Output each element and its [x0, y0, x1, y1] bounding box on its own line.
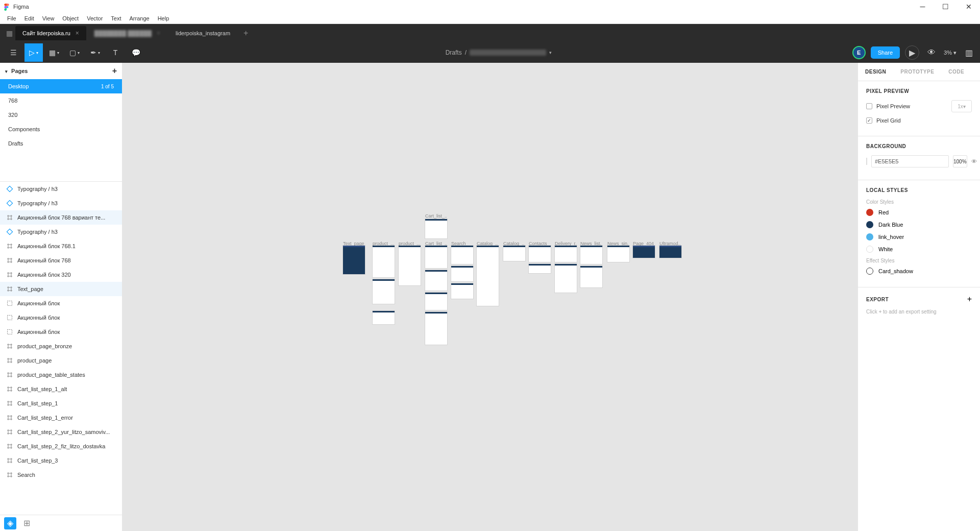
- file-tab[interactable]: ████████ ██████×: [87, 26, 167, 40]
- canvas-frame[interactable]: [580, 246, 602, 264]
- canvas-frame[interactable]: [399, 246, 421, 285]
- layer-item[interactable]: Cart_list_step_2_yur_litzo_samoviv...: [0, 425, 122, 439]
- window-maximize-button[interactable]: ☐: [934, 0, 957, 13]
- close-tab-icon[interactable]: ×: [157, 30, 160, 37]
- layer-item[interactable]: Typography / h3: [0, 225, 122, 239]
- window-close-button[interactable]: ✕: [957, 0, 980, 13]
- background-color-chip[interactable]: [866, 158, 867, 165]
- canvas-frame[interactable]: [580, 266, 602, 287]
- close-tab-icon[interactable]: ×: [76, 30, 79, 37]
- page-item[interactable]: Desktop1 of 5: [0, 79, 122, 93]
- page-item[interactable]: 768: [0, 93, 122, 108]
- menu-file[interactable]: File: [3, 15, 20, 21]
- new-tab-button[interactable]: +: [238, 29, 253, 38]
- file-tab[interactable]: liderpoiska_instagram: [168, 26, 237, 40]
- canvas-frame[interactable]: [529, 246, 551, 262]
- menu-help[interactable]: Help: [154, 15, 174, 21]
- present-button[interactable]: ▶: [905, 45, 919, 60]
- zoom-dropdown[interactable]: 3%▾: [944, 50, 957, 56]
- user-avatar[interactable]: E: [852, 46, 866, 59]
- pen-tool-button[interactable]: ✒▾: [86, 43, 104, 62]
- layer-item[interactable]: Cart_list_step_1: [0, 396, 122, 411]
- layer-item[interactable]: Text_page: [0, 282, 122, 296]
- breadcrumb[interactable]: Drafts / ▾: [446, 49, 552, 56]
- add-export-button[interactable]: +: [967, 295, 972, 304]
- canvas-frame[interactable]: [343, 246, 365, 274]
- layer-item[interactable]: product_page_table_states: [0, 368, 122, 382]
- color-style-item[interactable]: White: [866, 246, 972, 253]
- layer-item[interactable]: Search: [0, 468, 122, 482]
- pixel-preview-scale[interactable]: 1x ▾: [951, 100, 972, 112]
- share-button[interactable]: Share: [871, 46, 900, 59]
- canvas-frame[interactable]: [425, 293, 447, 310]
- layer-item[interactable]: product_page_bronze: [0, 339, 122, 353]
- library-icon[interactable]: ▥: [962, 45, 976, 60]
- layer-item[interactable]: Акционный блок 768 вариант те...: [0, 210, 122, 225]
- move-tool-button[interactable]: ▷▾: [24, 43, 43, 62]
- assets-tab-button[interactable]: ⊞: [20, 517, 33, 529]
- menu-object[interactable]: Object: [58, 15, 83, 21]
- canvas-frame[interactable]: [659, 246, 681, 258]
- layer-item[interactable]: Cart_list_step_2_fiz_litzo_dostavka: [0, 439, 122, 453]
- window-minimize-button[interactable]: ─: [911, 0, 934, 13]
- canvas-frame[interactable]: [425, 312, 447, 345]
- layer-item[interactable]: Typography / h3: [0, 196, 122, 210]
- menu-text[interactable]: Text: [107, 15, 125, 21]
- canvas-frame[interactable]: [529, 264, 551, 273]
- layer-item[interactable]: Акционный блок: [0, 325, 122, 339]
- canvas-frame[interactable]: [373, 311, 395, 324]
- layer-item[interactable]: Cart_list_step_1_error: [0, 411, 122, 425]
- canvas-frame[interactable]: [373, 279, 395, 304]
- home-grid-icon[interactable]: ▦: [3, 29, 15, 37]
- canvas-frame[interactable]: [451, 283, 473, 299]
- layer-item[interactable]: Акционный блок 320: [0, 268, 122, 282]
- layer-item[interactable]: Cart_list_step_3: [0, 453, 122, 468]
- canvas-frame[interactable]: [555, 264, 577, 293]
- layer-item[interactable]: Акционный блок 768: [0, 253, 122, 268]
- layer-item[interactable]: Typography / h3: [0, 182, 122, 196]
- layer-item[interactable]: Акционный блок: [0, 296, 122, 310]
- background-hex-input[interactable]: [871, 155, 949, 167]
- visibility-toggle-icon[interactable]: 👁: [971, 157, 977, 165]
- layer-item[interactable]: Cart_list_step_1_alt: [0, 382, 122, 396]
- inspector-tab-design[interactable]: DESIGN: [858, 63, 893, 81]
- color-style-item[interactable]: link_hover: [866, 233, 972, 240]
- canvas-frame[interactable]: [503, 246, 525, 261]
- canvas-frame[interactable]: [425, 219, 447, 238]
- canvas-frame[interactable]: [425, 246, 447, 268]
- canvas-frame[interactable]: [477, 246, 499, 306]
- canvas-frame[interactable]: [451, 246, 473, 264]
- view-settings-button[interactable]: 👁: [924, 45, 939, 60]
- canvas-frame[interactable]: [425, 270, 447, 291]
- add-page-button[interactable]: +: [112, 66, 117, 76]
- frame-tool-button[interactable]: ▦▾: [45, 43, 63, 62]
- canvas-frame[interactable]: [607, 246, 629, 262]
- canvas-frame[interactable]: [555, 246, 577, 262]
- pixel-preview-checkbox[interactable]: [866, 103, 872, 109]
- file-tab[interactable]: Сайт liderpoiska.ru×: [15, 26, 86, 40]
- page-item[interactable]: Drafts: [0, 136, 122, 151]
- layer-item[interactable]: Акционный блок: [0, 310, 122, 325]
- canvas-frame[interactable]: [451, 266, 473, 281]
- frame-label[interactable]: Cart_list_...: [425, 213, 447, 219]
- hamburger-menu-button[interactable]: ☰: [4, 43, 22, 62]
- canvas[interactable]: Cart_list_...Text_pageproduct_...product…: [122, 63, 857, 531]
- background-opacity[interactable]: 100%: [953, 155, 967, 167]
- inspector-tab-code[interactable]: CODE: [941, 63, 971, 81]
- pixel-grid-checkbox[interactable]: [866, 117, 872, 124]
- canvas-frame[interactable]: [373, 246, 395, 277]
- menu-arrange[interactable]: Arrange: [126, 15, 154, 21]
- page-item[interactable]: Components: [0, 122, 122, 136]
- text-tool-button[interactable]: T: [106, 43, 125, 62]
- effect-style-item[interactable]: Card_shadow: [866, 268, 972, 275]
- comment-tool-button[interactable]: 💬: [127, 43, 145, 62]
- shape-tool-button[interactable]: ▢▾: [65, 43, 84, 62]
- page-item[interactable]: 320: [0, 108, 122, 122]
- inspector-tab-prototype[interactable]: PROTOTYPE: [893, 63, 941, 81]
- layer-item[interactable]: Акционный блок 768.1: [0, 239, 122, 253]
- pages-header[interactable]: ▾ Pages +: [0, 63, 122, 79]
- layer-item[interactable]: product_page: [0, 353, 122, 368]
- canvas-frame[interactable]: [633, 246, 655, 258]
- layers-tab-button[interactable]: ◈: [4, 517, 16, 529]
- color-style-item[interactable]: Red: [866, 209, 972, 216]
